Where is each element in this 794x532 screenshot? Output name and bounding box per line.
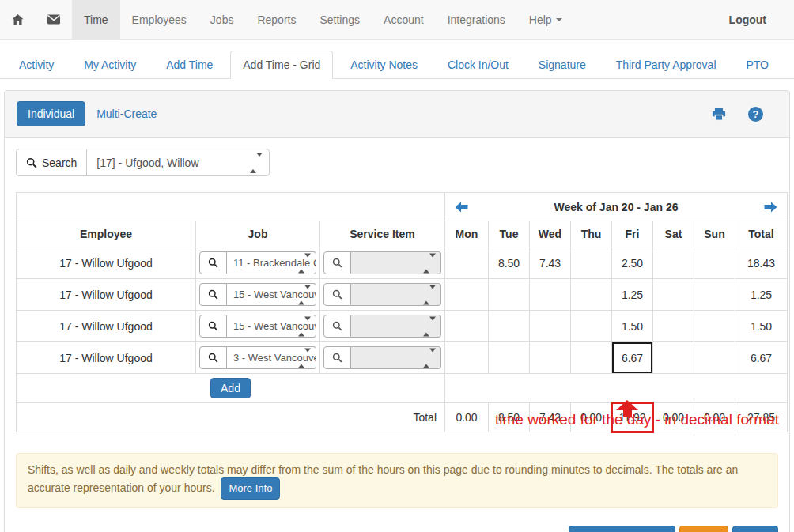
home-nav-link[interactable] xyxy=(0,0,36,39)
day-cell-wed[interactable] xyxy=(530,311,571,342)
panel-body: Search [17] - Ufgood, Willow xyxy=(5,138,789,532)
add-button[interactable]: Add xyxy=(210,378,251,398)
day-cell-tue[interactable]: 8.50 xyxy=(489,247,530,279)
service-select[interactable] xyxy=(351,315,441,338)
tab-activity-notes[interactable]: Activity Notes xyxy=(338,51,430,79)
job-search-icon[interactable] xyxy=(199,315,227,338)
day-cell-thu[interactable] xyxy=(571,247,612,279)
service-select[interactable] xyxy=(351,283,441,306)
next-week-arrow-icon[interactable] xyxy=(764,201,777,213)
nav-item-reports[interactable]: Reports xyxy=(245,0,308,39)
total-mon: 0.00 xyxy=(445,403,489,432)
day-cell-fri[interactable]: 2.50 xyxy=(612,247,653,279)
week-title: Week of Jan 20 - Jan 26 xyxy=(554,201,679,213)
messages-nav-link[interactable] xyxy=(36,0,72,39)
copy-week-from-button[interactable]: Copy Week From xyxy=(569,526,675,532)
employee-cell: 17 - Willow Ufgood xyxy=(17,311,196,342)
reset-button[interactable]: Reset xyxy=(679,526,729,532)
service-search-icon[interactable] xyxy=(323,346,351,369)
service-select[interactable] xyxy=(351,346,441,369)
search-button[interactable]: Search xyxy=(16,149,87,176)
tab-activity[interactable]: Activity xyxy=(6,51,66,79)
nav-item-integrations[interactable]: Integrations xyxy=(436,0,517,39)
time-grid-table: Week of Jan 20 - Jan 26 Employee Job Ser… xyxy=(16,192,788,432)
tab-add-time-grid[interactable]: Add Time - Grid xyxy=(230,51,333,79)
week-header-row: Week of Jan 20 - Jan 26 xyxy=(17,193,788,221)
tab-my-activity[interactable]: My Activity xyxy=(71,51,149,79)
nav-item-settings[interactable]: Settings xyxy=(308,0,372,39)
bottom-actions: Copy Week From Reset Save xyxy=(16,526,778,532)
nav-item-employees[interactable]: Employees xyxy=(120,0,198,39)
employee-cell: 17 - Willow Ufgood xyxy=(17,279,196,311)
day-cell-wed[interactable]: 7.43 xyxy=(530,247,571,279)
job-select[interactable]: 11 - Brackendale C xyxy=(227,251,316,274)
day-cell-tue[interactable] xyxy=(489,342,530,374)
day-cell-wed[interactable] xyxy=(530,342,571,374)
job-search-icon[interactable] xyxy=(199,283,227,306)
tab-pto[interactable]: PTO xyxy=(733,51,781,79)
navbar-spacer xyxy=(574,0,717,39)
col-header-fri: Fri xyxy=(612,221,653,247)
search-button-label: Search xyxy=(42,157,77,169)
service-select[interactable] xyxy=(351,251,441,274)
tab-clock-in-out[interactable]: Clock In/Out xyxy=(435,51,521,79)
nav-item-time[interactable]: Time xyxy=(72,0,120,39)
day-cell-sun[interactable] xyxy=(694,247,735,279)
day-cell-fri-focused[interactable]: 6.67 xyxy=(612,342,653,374)
service-search-icon[interactable] xyxy=(323,283,351,306)
save-button[interactable]: Save xyxy=(732,526,778,532)
select-spinner-icon xyxy=(423,289,436,300)
individual-button[interactable]: Individual xyxy=(17,101,85,126)
day-cell-mon[interactable] xyxy=(445,342,489,374)
employee-select[interactable]: [17] - Ufgood, Willow xyxy=(86,149,270,176)
job-search-icon[interactable] xyxy=(199,346,227,369)
day-cell-sat[interactable] xyxy=(653,279,694,311)
day-cell-fri[interactable]: 1.50 xyxy=(612,311,653,342)
day-cell-wed[interactable] xyxy=(530,279,571,311)
multi-create-link[interactable]: Multi-Create xyxy=(96,108,157,120)
day-cell-thu[interactable] xyxy=(571,311,612,342)
job-search-icon[interactable] xyxy=(199,251,227,274)
logout-button[interactable]: Logout xyxy=(717,0,794,39)
tab-third-party-approval[interactable]: Third Party Approval xyxy=(603,51,729,79)
select-spinner-icon xyxy=(423,257,436,269)
service-item-cell xyxy=(320,311,445,342)
nav-item-account[interactable]: Account xyxy=(372,0,436,39)
more-info-button[interactable]: More Info xyxy=(221,477,280,500)
print-icon[interactable] xyxy=(712,108,726,121)
nav-item-help[interactable]: Help xyxy=(517,0,574,39)
rounding-notice-text: Shifts, as well as daily and weekly tota… xyxy=(28,463,738,494)
add-button-cell: Add xyxy=(17,374,445,403)
day-cell-sun[interactable] xyxy=(694,279,735,311)
day-cell-sat[interactable] xyxy=(653,247,694,279)
tab-signature[interactable]: Signature xyxy=(526,51,599,79)
day-cell-tue[interactable] xyxy=(489,279,530,311)
day-cell-mon[interactable] xyxy=(445,279,489,311)
day-cell-mon[interactable] xyxy=(445,247,489,279)
day-cell-thu[interactable] xyxy=(571,342,612,374)
day-cell-thu[interactable] xyxy=(571,279,612,311)
tab-add-time[interactable]: Add Time xyxy=(153,51,225,79)
day-cell-sat[interactable] xyxy=(653,342,694,374)
row-total-cell: 6.67 xyxy=(735,342,788,374)
day-cell-sun[interactable] xyxy=(694,342,735,374)
total-thu: 0.00 xyxy=(571,403,612,432)
service-search-icon[interactable] xyxy=(323,251,351,274)
help-icon[interactable]: ? xyxy=(748,107,763,122)
job-select[interactable]: 15 - West Vancouv xyxy=(227,283,316,306)
day-cell-tue[interactable] xyxy=(489,311,530,342)
day-cell-fri[interactable]: 1.25 xyxy=(612,279,653,311)
service-search-icon[interactable] xyxy=(323,315,351,338)
day-cell-sun[interactable] xyxy=(694,311,735,342)
job-select[interactable]: 15 - West Vancouv xyxy=(227,315,316,338)
week-header-empty-cell xyxy=(17,193,445,221)
day-cell-sat[interactable] xyxy=(653,311,694,342)
select-spinner-icon xyxy=(423,352,436,364)
heading-icons: ? xyxy=(712,107,777,122)
chevron-down-icon xyxy=(556,18,562,21)
nav-item-jobs[interactable]: Jobs xyxy=(198,0,246,39)
envelope-icon xyxy=(47,13,61,25)
job-select[interactable]: 3 - West Vancouve xyxy=(227,346,316,369)
day-cell-mon[interactable] xyxy=(445,311,489,342)
previous-week-arrow-icon[interactable] xyxy=(455,201,468,213)
